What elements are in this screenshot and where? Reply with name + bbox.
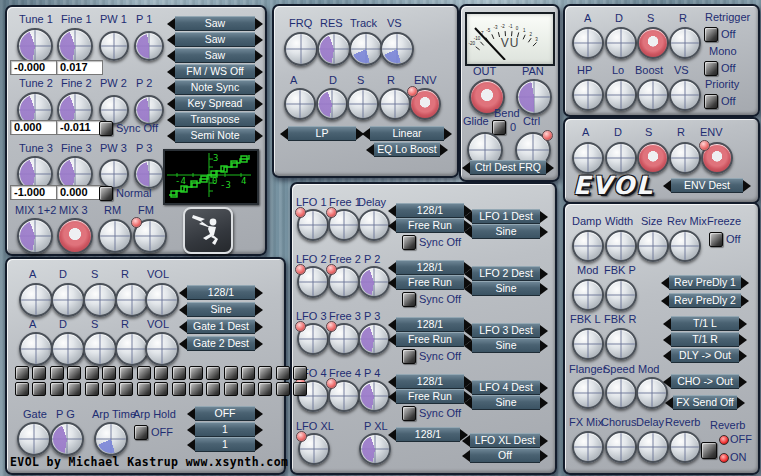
- delay1-knob[interactable]: [358, 209, 390, 241]
- step-button[interactable]: [154, 366, 168, 380]
- gate2-decay-knob[interactable]: [51, 332, 85, 366]
- semi-note-select[interactable]: Semi Note: [167, 129, 263, 142]
- step-button[interactable]: [206, 382, 220, 396]
- filter-attack-knob[interactable]: [284, 88, 316, 120]
- chorus-knob[interactable]: [605, 431, 637, 463]
- lfoxl-wave-select[interactable]: Off: [462, 449, 548, 462]
- fbkr-knob[interactable]: [605, 328, 637, 360]
- tune2-value[interactable]: 0.000: [10, 120, 57, 135]
- arrow-right-icon[interactable]: [440, 144, 448, 156]
- arrow-left-icon[interactable]: [167, 66, 175, 78]
- mix3-knob[interactable]: [57, 218, 93, 254]
- evol-decay-knob[interactable]: [605, 142, 637, 174]
- gate2-dest-select[interactable]: Gate 2 Dest: [179, 337, 263, 350]
- free3-knob[interactable]: [328, 323, 360, 355]
- hp-knob[interactable]: [572, 79, 604, 111]
- step-button[interactable]: [119, 382, 133, 396]
- step-button[interactable]: [85, 366, 99, 380]
- lfo2-dest-select[interactable]: LFO 2 Dest: [464, 267, 548, 280]
- arrow-right-icon[interactable]: [255, 98, 263, 110]
- osc1-wave-select[interactable]: Saw: [167, 17, 263, 30]
- reverb-knob[interactable]: [669, 431, 701, 463]
- gate1-release-knob[interactable]: [115, 283, 149, 317]
- amp-sustain-knob[interactable]: [637, 27, 669, 59]
- ctrl-dest-select[interactable]: Ctrl Dest FRQ: [462, 161, 554, 174]
- eq-mode-select[interactable]: EQ Lo Boost: [366, 143, 448, 156]
- delay-knob[interactable]: [637, 431, 669, 463]
- filter-frq-knob[interactable]: [284, 32, 318, 66]
- arrow-left-icon[interactable]: [462, 435, 470, 447]
- lfo4-sync-checkbox[interactable]: [402, 406, 416, 421]
- arrow-left-icon[interactable]: [187, 424, 195, 436]
- rev-predly1-select[interactable]: Rev PreDly 1: [661, 276, 749, 289]
- step-button[interactable]: [224, 366, 238, 380]
- lfo3-wave-select[interactable]: Sine: [464, 339, 548, 352]
- arrow-right-icon[interactable]: [255, 34, 263, 46]
- arrow-right-icon[interactable]: [739, 318, 747, 330]
- time-r-select[interactable]: T/1 R: [663, 333, 747, 346]
- arrow-left-icon[interactable]: [366, 144, 374, 156]
- arrow-right-icon[interactable]: [255, 66, 263, 78]
- fxmix-knob[interactable]: [572, 431, 604, 463]
- step-button[interactable]: [32, 382, 46, 396]
- arrow-left-icon[interactable]: [388, 334, 396, 346]
- lfoxl-rate-select[interactable]: 128/1: [388, 428, 468, 441]
- step-button[interactable]: [67, 382, 81, 396]
- arp-mode-select[interactable]: OFF: [187, 407, 263, 420]
- flanger-knob[interactable]: [572, 377, 604, 409]
- lfo4-rate-select[interactable]: 128/1: [388, 375, 472, 388]
- lfo2-sync-checkbox[interactable]: [402, 292, 416, 307]
- tune1-knob[interactable]: [17, 28, 53, 64]
- arrow-right-icon[interactable]: [444, 128, 452, 140]
- arrow-left-icon[interactable]: [464, 226, 472, 238]
- lfo2-wave-select[interactable]: Sine: [464, 282, 548, 295]
- gate1-dest-select[interactable]: Gate 1 Dest: [179, 320, 263, 333]
- arrow-left-icon[interactable]: [179, 338, 187, 350]
- arrow-left-icon[interactable]: [661, 295, 669, 307]
- arrow-left-icon[interactable]: [464, 382, 472, 394]
- step-button[interactable]: [172, 382, 186, 396]
- step-button[interactable]: [224, 382, 238, 396]
- step-button[interactable]: [50, 366, 64, 380]
- arrow-right-icon[interactable]: [540, 211, 548, 223]
- revmix-knob[interactable]: [669, 230, 701, 262]
- arrow-left-icon[interactable]: [167, 34, 175, 46]
- arrow-right-icon[interactable]: [255, 321, 263, 333]
- reverb-switch-button[interactable]: [701, 442, 717, 459]
- mono-checkbox[interactable]: [704, 61, 718, 76]
- width-knob[interactable]: [605, 230, 637, 262]
- arrow-left-icon[interactable]: [167, 130, 175, 142]
- fx-send-select[interactable]: FX Send Off: [665, 396, 745, 409]
- step-button[interactable]: [119, 366, 133, 380]
- lfo3-run-select[interactable]: Free Run: [388, 333, 472, 346]
- evol-env-knob[interactable]: [701, 142, 733, 174]
- arrow-left-icon[interactable]: [462, 450, 470, 462]
- gate1-decay-knob[interactable]: [51, 283, 85, 317]
- lfo4-run-select[interactable]: Free Run: [388, 390, 472, 403]
- step-button[interactable]: [102, 382, 116, 396]
- arrow-right-icon[interactable]: [741, 295, 749, 307]
- arrow-left-icon[interactable]: [388, 262, 396, 274]
- step-button[interactable]: [137, 382, 151, 396]
- arrow-right-icon[interactable]: [540, 268, 548, 280]
- step-button[interactable]: [32, 366, 46, 380]
- gate-rate-select[interactable]: 128/1: [179, 286, 263, 299]
- filter-vs-knob[interactable]: [380, 32, 414, 66]
- pw3-knob[interactable]: [99, 159, 129, 189]
- evol-release-knob[interactable]: [669, 142, 701, 174]
- arrow-right-icon[interactable]: [255, 18, 263, 30]
- step-button[interactable]: [15, 366, 29, 380]
- arrow-left-icon[interactable]: [167, 50, 175, 62]
- lfo2-rate-select[interactable]: 128/1: [388, 261, 472, 274]
- arrow-left-icon[interactable]: [167, 114, 175, 126]
- filter-track-knob[interactable]: [349, 32, 383, 66]
- lfo3-knob[interactable]: [297, 323, 329, 355]
- arrow-left-icon[interactable]: [167, 98, 175, 110]
- tune1-value[interactable]: -0.000: [10, 60, 57, 75]
- gate2-sustain-knob[interactable]: [83, 332, 117, 366]
- arrow-left-icon[interactable]: [388, 277, 396, 289]
- tune3-value[interactable]: -1.000: [10, 185, 57, 200]
- arrow-right-icon[interactable]: [743, 180, 751, 192]
- fm-knob[interactable]: [133, 219, 167, 253]
- arrow-right-icon[interactable]: [540, 450, 548, 462]
